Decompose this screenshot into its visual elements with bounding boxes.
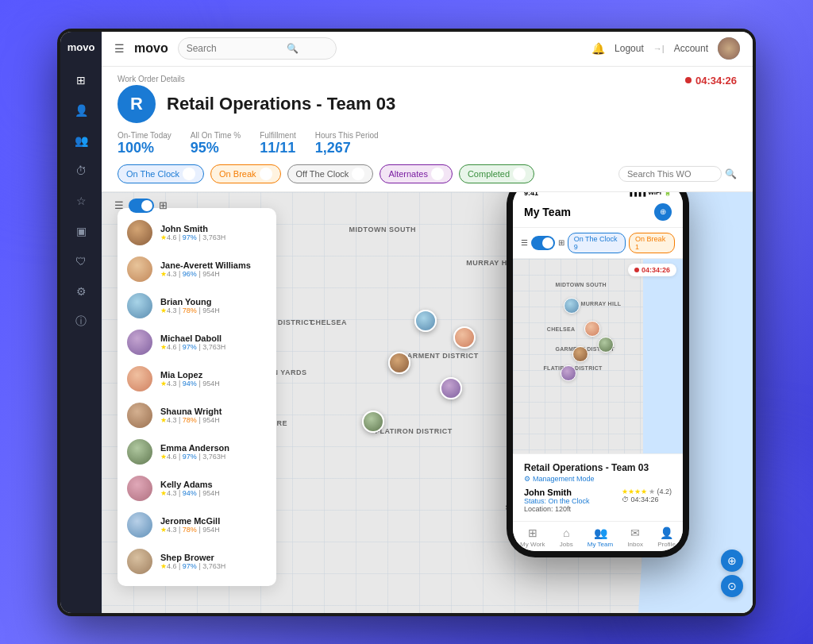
phone-nav-jobs[interactable]: ⌂ Jobs <box>560 526 573 548</box>
search-wo-icon: 🔍 <box>725 168 737 179</box>
list-item[interactable]: John Smith ★4.6 | 97% | 3,763H <box>118 214 276 251</box>
filter-completed[interactable]: Completed 6 <box>459 164 534 183</box>
map-label-chelsea: CHELSEA <box>310 318 347 326</box>
filter-row: On The Clock 9 On Break 1 Off The Clock … <box>118 164 737 183</box>
filter-on-break-label: On Break <box>219 169 256 179</box>
account-label[interactable]: Account <box>674 43 708 54</box>
filter-on-break[interactable]: On Break 1 <box>210 164 280 183</box>
stats-row: On-Time Today 100% All On Time % 95% Ful… <box>118 131 737 156</box>
phone-map-timer: 04:34:26 <box>628 264 676 276</box>
phone-nav-inbox[interactable]: ✉ Inbox <box>627 526 643 548</box>
work-order-label: Work Order Details <box>118 75 395 83</box>
sidebar-icon-grid[interactable]: ⊞ <box>68 67 94 93</box>
phone-statusbar: 9:41 ▐▐▐▐ WiFi 🔋 <box>513 192 683 200</box>
sidebar-icon-team[interactable]: 👥 <box>68 128 94 153</box>
sidebar-icon-square[interactable]: ▣ <box>68 218 94 244</box>
employee-avatar <box>127 512 152 538</box>
employee-meta: ★4.3 | 94% | 954H <box>160 489 267 497</box>
phone-nav-profile[interactable]: 👤 Profile <box>657 526 676 548</box>
hamburger-icon[interactable]: ☰ <box>114 42 125 55</box>
stat-on-time-today-label: On-Time Today <box>118 131 171 140</box>
employee-info: Jane-Averett Williams ★4.3 | 96% | 954H <box>160 260 267 278</box>
phone-nav-profile-icon: 👤 <box>660 526 673 539</box>
view-toggle-switch[interactable] <box>129 199 154 213</box>
avatar[interactable] <box>718 37 740 60</box>
phone-navbar: ⊞ My Work ⌂ Jobs 👥 My T <box>513 521 683 551</box>
map-pin-1 <box>414 310 437 332</box>
phone-emp-left: John Smith Status: On the Clock Location… <box>524 488 590 513</box>
map-controls: ⊕ ⊙ <box>721 550 743 597</box>
stat-on-time-today-value: 100% <box>118 140 171 156</box>
phone-nav-jobs-label: Jobs <box>560 541 573 548</box>
phone-header-button[interactable]: ⊕ <box>654 203 672 221</box>
sidebar-icon-user[interactable]: 👤 <box>68 98 94 123</box>
map-pin-4 <box>440 377 462 399</box>
list-item[interactable]: Brian Young ★4.3 | 78% | 954H <box>118 287 276 324</box>
map-view-icon[interactable]: ⊞ <box>159 199 168 211</box>
employee-info: Mia Lopez ★4.3 | 94% | 954H <box>160 370 267 388</box>
filter-completed-label: Completed <box>468 169 510 179</box>
phone-map-bg: 04:34:26 MIDTOWN SOUTH MURRAY HILL CHELS… <box>513 259 683 453</box>
map-container: ☰ ⊞ <box>102 192 753 613</box>
map-zoom-button[interactable]: ⊙ <box>721 575 743 597</box>
stat-fulfillment-label: Fulfillment <box>260 131 296 140</box>
filter-on-clock-label: On The Clock <box>126 169 179 179</box>
header-section: Work Order Details R Retail Operations -… <box>102 67 753 192</box>
sidebar-icon-shield[interactable]: 🛡 <box>68 249 94 274</box>
phone-map-label-midtown: MIDTOWN SOUTH <box>556 282 607 287</box>
list-item[interactable]: Shauna Wright ★4.3 | 78% | 954H <box>118 397 276 434</box>
stat-fulfillment: Fulfillment 11/11 <box>260 131 296 156</box>
phone-mockup: 9:41 ▐▐▐▐ WiFi 🔋 My Team <box>507 192 689 557</box>
phone-tab-on-break[interactable]: On Break 1 <box>629 233 675 253</box>
search-input[interactable] <box>187 43 282 54</box>
list-item[interactable]: Emma Anderson ★4.6 | 97% | 3,763H <box>118 434 276 470</box>
topnav: ☰ movo 🔍 🔔 Logout →| Account <box>102 32 753 67</box>
list-item[interactable]: Jane-Averett Williams ★4.3 | 96% | 954H <box>118 251 276 287</box>
logout-button[interactable]: Logout <box>615 43 644 54</box>
employee-avatar <box>127 220 152 245</box>
sidebar-icon-star[interactable]: ☆ <box>68 188 94 214</box>
list-item[interactable]: Jerome McGill ★4.3 | 78% | 954H <box>118 507 276 543</box>
employee-info: Emma Anderson ★4.6 | 97% | 3,763H <box>160 443 267 461</box>
employee-avatar <box>127 403 152 428</box>
employee-info: Michael Daboll ★4.6 | 97% | 3,763H <box>160 334 267 351</box>
map-locate-button[interactable]: ⊕ <box>721 550 743 572</box>
phone-tab-on-clock[interactable]: On The Clock 9 <box>568 233 626 253</box>
phone-mgmt-mode: ⚙ Management Mode <box>524 475 672 483</box>
employee-name: Jane-Averett Williams <box>160 260 267 270</box>
list-item[interactable]: Kelly Adams ★4.3 | 94% | 954H <box>118 470 276 507</box>
notification-bell-icon[interactable]: 🔔 <box>591 42 605 55</box>
list-item[interactable]: Michael Daboll ★4.6 | 97% | 3,763H <box>118 324 276 361</box>
employee-name: Jerome McGill <box>160 516 267 526</box>
phone-view-toggle[interactable] <box>531 236 555 250</box>
phone-grid-icon[interactable]: ⊞ <box>558 238 564 247</box>
phone-emp-right: ★★★★★ (4.2) ⏱ 04:34:26 <box>622 488 672 503</box>
sidebar-icon-settings[interactable]: ⚙ <box>68 279 94 304</box>
phone-nav-my-work[interactable]: ⊞ My Work <box>520 526 545 548</box>
employee-info: Shep Brower ★4.6 | 97% | 3,763H <box>160 553 267 570</box>
map-background: MIDTOWN SOUTH MURRAY HILL HUNTERS POINT … <box>102 192 753 613</box>
list-item[interactable]: Shep Brower ★4.6 | 97% | 3,763H <box>118 543 276 580</box>
employee-meta: ★4.3 | 96% | 954H <box>160 270 267 278</box>
filter-alternates[interactable]: Alternates 0 <box>380 164 453 183</box>
phone-water <box>643 259 683 453</box>
sidebar-icon-clock[interactable]: ⏱ <box>68 158 94 183</box>
employee-meta: ★4.6 | 97% | 3,763H <box>160 453 267 461</box>
employee-avatar <box>127 439 152 465</box>
phone-nav-my-team[interactable]: 👥 My Team <box>588 526 613 548</box>
employee-name: Mia Lopez <box>160 370 267 380</box>
team-avatar: R <box>118 85 156 123</box>
phone-map-label-murray: MURRAY HILL <box>581 301 622 307</box>
employee-avatar <box>127 293 152 318</box>
phone-emp-status: Status: On the Clock <box>524 497 590 505</box>
list-item[interactable]: Mia Lopez ★4.3 | 94% | 954H <box>118 361 276 397</box>
filter-off-clock[interactable]: Off The Clock 3 <box>287 164 374 183</box>
phone-map-area: 04:34:26 MIDTOWN SOUTH MURRAY HILL CHELS… <box>513 259 683 453</box>
phone-list-icon[interactable]: ☰ <box>521 238 528 247</box>
employee-avatar <box>127 330 152 355</box>
sidebar-icon-info[interactable]: ⓘ <box>68 309 94 334</box>
list-view-icon[interactable]: ☰ <box>114 199 124 211</box>
employee-name: Emma Anderson <box>160 443 267 453</box>
filter-on-clock[interactable]: On The Clock 9 <box>118 164 204 183</box>
search-wo-input[interactable] <box>618 166 722 182</box>
